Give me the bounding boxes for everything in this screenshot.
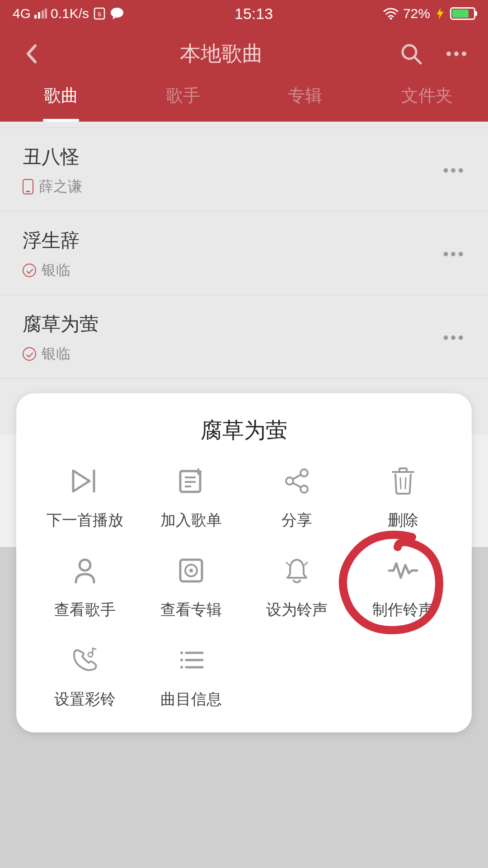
action-label: 分享 [282,510,312,531]
chevron-left-icon [23,43,40,65]
action-set-ringtone[interactable]: 设为铃声 [246,552,348,620]
svg-point-21 [300,469,308,476]
svg-rect-0 [34,15,37,19]
search-button[interactable] [398,40,425,67]
svg-point-32 [189,569,193,572]
action-view-artist[interactable]: 查看歌手 [34,552,136,620]
check-circle-icon [23,264,36,277]
svg-point-29 [80,560,90,571]
svg-point-11 [454,52,459,56]
svg-rect-1 [38,12,40,19]
battery-icon [450,7,475,20]
battery-percent: 72% [403,6,430,21]
signal-icon [34,9,47,19]
song-artist: 银临 [42,344,70,364]
page-title: 本地歌曲 [180,40,263,68]
svg-rect-2 [42,10,44,19]
action-label: 查看歌手 [54,599,116,620]
action-label: 制作铃声 [372,599,434,620]
app-header: 本地歌曲 [0,27,488,77]
call-music-icon [71,646,99,674]
song-title: 浮生辞 [23,228,80,253]
svg-line-28 [405,477,406,489]
song-artist: 薛之谦 [39,177,82,197]
action-label: 下一首播放 [47,510,123,531]
add-playlist-icon [178,467,205,495]
song-artist: 银临 [42,260,70,280]
action-sheet: 腐草为萤 下一首播放 加入歌单 分享 删除 查看歌手 查看专辑 设为 [16,393,472,732]
svg-point-22 [300,486,308,493]
svg-line-9 [415,57,421,63]
action-play-next[interactable]: 下一首播放 [34,463,136,531]
song-list: 丑八怪 薛之谦 ••• 浮生辞 银临 ••• 腐草为萤 银临 ••• [0,122,488,435]
svg-rect-3 [45,9,47,19]
app-badge-icon: s [93,7,106,20]
svg-line-27 [400,477,401,489]
svg-point-10 [446,52,451,56]
sheet-title: 腐草为萤 [30,416,458,445]
svg-rect-26 [399,468,407,472]
bell-icon [284,557,310,584]
action-delete[interactable]: 删除 [352,463,454,531]
wave-icon [387,560,419,581]
svg-point-7 [389,18,392,20]
album-icon [178,557,205,584]
action-label: 设为铃声 [266,599,328,620]
status-bar: 4G 0.1K/s s 15:13 72% [0,0,488,27]
list-icon [178,649,204,671]
action-label: 曲目信息 [160,689,222,710]
more-button[interactable] [443,40,470,67]
tab-bar: 歌曲 歌手 专辑 文件夹 [0,77,488,122]
wifi-icon [383,8,399,19]
tab-artists[interactable]: 歌手 [122,81,244,113]
item-more-button[interactable]: ••• [443,245,465,264]
svg-point-12 [462,52,466,56]
action-label: 查看专辑 [160,599,222,620]
item-more-button[interactable]: ••• [443,161,465,180]
charging-icon [435,7,446,20]
tab-albums[interactable]: 专辑 [244,81,366,113]
svg-line-23 [293,475,301,479]
action-make-ringtone[interactable]: 制作铃声 [352,552,454,620]
dots-icon [445,51,468,57]
list-item[interactable]: 腐草为萤 银临 ••• [0,295,488,379]
phone-icon [23,179,33,194]
play-next-icon [70,468,99,494]
svg-point-36 [180,651,183,654]
trash-icon [391,467,415,495]
clock: 15:13 [235,5,273,23]
speed-label: 0.1K/s [51,6,89,21]
action-label: 设置彩铃 [54,689,116,710]
action-track-info[interactable]: 曲目信息 [141,642,242,710]
action-label: 删除 [388,510,418,531]
network-label: 4G [13,6,31,21]
share-icon [284,467,310,495]
chat-icon [110,7,124,20]
action-label: 加入歌单 [160,510,222,531]
svg-line-24 [293,483,301,487]
artist-icon [72,557,98,584]
svg-point-38 [180,659,183,661]
action-add-playlist[interactable]: 加入歌单 [141,463,242,531]
back-button[interactable] [18,40,45,67]
search-icon [400,42,422,65]
list-item[interactable]: 浮生辞 银临 ••• [0,212,488,295]
list-item[interactable]: 丑八怪 薛之谦 ••• [0,128,488,212]
action-set-crbt[interactable]: 设置彩铃 [34,642,136,710]
action-share[interactable]: 分享 [246,463,348,531]
action-view-album[interactable]: 查看专辑 [141,552,242,620]
svg-line-33 [286,562,289,565]
tab-folders[interactable]: 文件夹 [366,81,488,113]
svg-point-6 [111,8,123,18]
svg-line-34 [305,562,307,565]
svg-point-40 [180,666,183,669]
song-title: 丑八怪 [23,144,82,170]
check-circle-icon [23,347,36,361]
item-more-button[interactable]: ••• [443,328,465,347]
svg-point-20 [286,477,293,485]
svg-text:s: s [98,10,101,18]
tab-songs[interactable]: 歌曲 [0,81,122,113]
song-title: 腐草为萤 [23,311,99,337]
